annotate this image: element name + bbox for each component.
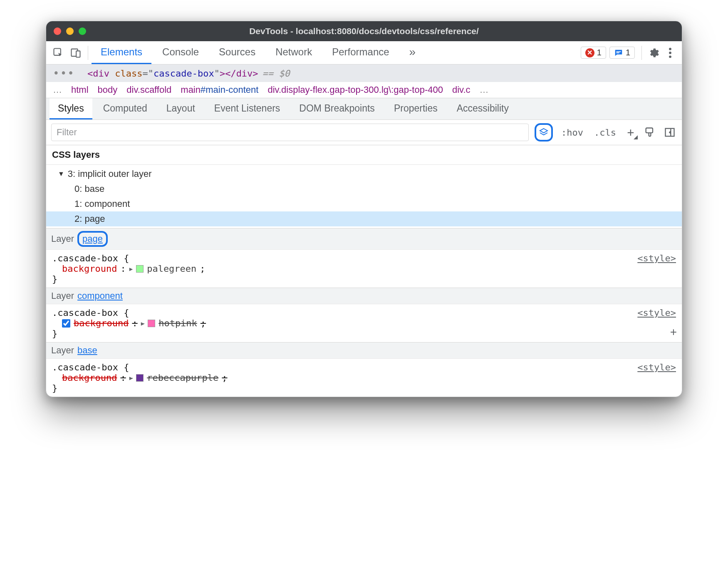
css-property[interactable]: background (74, 318, 129, 328)
selector[interactable]: .cascade-box (52, 362, 118, 372)
message-icon (614, 48, 623, 57)
subtab-properties[interactable]: Properties (386, 98, 446, 119)
subtab-accessibility[interactable]: Accessibility (448, 98, 517, 119)
rule-source-link[interactable]: <style> (637, 308, 676, 318)
panel-tabs: Elements Console Sources Network Perform… (92, 41, 425, 64)
crumb[interactable]: div.c (452, 84, 470, 95)
dom-collapse-icon[interactable]: ••• (53, 67, 75, 79)
layers-icon (539, 127, 549, 137)
shorthand-expand-icon[interactable]: ▶ (129, 266, 133, 272)
minimize-window-button[interactable] (66, 27, 74, 35)
css-value[interactable]: hotpink (158, 318, 197, 328)
layer-tree-root[interactable]: ▼ 3: implicit outer layer (46, 166, 682, 181)
css-property[interactable]: background (62, 372, 117, 383)
css-value[interactable]: palegreen (147, 263, 196, 274)
svg-rect-3 (616, 51, 621, 52)
crumb[interactable]: body (98, 84, 118, 95)
dom-breadcrumbs[interactable]: … html body div.scaffold main#main-conte… (46, 82, 682, 98)
crumb-overflow-left[interactable]: … (53, 84, 62, 95)
layer-tree-item[interactable]: 2: page (46, 211, 682, 226)
tab-network[interactable]: Network (266, 41, 321, 64)
messages-badge[interactable]: 1 (609, 47, 635, 59)
rendering-emulations-button[interactable] (643, 125, 657, 139)
svg-rect-4 (616, 52, 619, 53)
computed-sidebar-toggle[interactable] (663, 125, 677, 139)
window-title: DevTools - localhost:8080/docs/devtools/… (46, 26, 682, 36)
style-rule-layer-header: Layer page (46, 228, 682, 250)
selector[interactable]: .cascade-box (52, 308, 118, 318)
layer-header-label: Layer (51, 233, 74, 244)
brush-icon (644, 127, 656, 138)
layer-header-label: Layer (51, 345, 74, 356)
layer-tree-item[interactable]: 1: component (46, 196, 682, 211)
css-layers-toggle[interactable] (535, 123, 553, 142)
hov-toggle[interactable]: :hov (559, 127, 586, 138)
inspect-element-icon[interactable] (50, 44, 67, 62)
disclosure-triangle-icon[interactable]: ▼ (58, 170, 64, 178)
css-layers-header: CSS layers (46, 145, 682, 165)
subtab-dom-breakpoints[interactable]: DOM Breakpoints (291, 98, 383, 119)
layer-link[interactable]: page (77, 231, 108, 247)
error-count: 1 (597, 48, 602, 57)
selector[interactable]: .cascade-box (52, 253, 118, 263)
color-swatch[interactable] (136, 374, 144, 382)
cls-toggle[interactable]: .cls (592, 127, 619, 138)
device-toolbar-icon[interactable] (67, 44, 84, 62)
crumb[interactable]: div.scaffold (126, 84, 171, 95)
subtab-computed[interactable]: Computed (95, 98, 156, 119)
styles-subtabs: Styles Computed Layout Event Listeners D… (46, 98, 682, 120)
errors-badge[interactable]: ✕ 1 (581, 47, 606, 59)
new-style-rule-button[interactable]: + (624, 126, 637, 139)
shorthand-expand-icon[interactable]: ▶ (141, 320, 144, 327)
dom-eq0: == $0 (262, 68, 290, 79)
color-swatch[interactable] (136, 265, 144, 273)
message-count: 1 (626, 48, 630, 57)
crumb[interactable]: html (71, 84, 89, 95)
subtab-event-listeners[interactable]: Event Listeners (206, 98, 289, 119)
tab-sources[interactable]: Sources (210, 41, 265, 64)
rule-source-link[interactable]: <style> (637, 362, 676, 372)
css-value[interactable]: rebeccapurple (147, 372, 218, 383)
css-property[interactable]: background (62, 263, 117, 274)
svg-rect-8 (646, 128, 653, 133)
style-rule[interactable]: <style> .cascade-box { background: ▶ reb… (46, 359, 682, 397)
close-window-button[interactable] (54, 27, 61, 35)
shorthand-expand-icon[interactable]: ▶ (129, 375, 133, 381)
svg-point-7 (669, 55, 671, 58)
more-options-button[interactable] (662, 45, 678, 61)
color-swatch[interactable] (148, 320, 155, 327)
toolbar-divider (641, 46, 642, 60)
crumb[interactable]: div.display-flex.gap-top-300.lg\:gap-top… (267, 84, 443, 95)
dom-node-html: <div class="cascade-box"></div> (87, 68, 258, 79)
property-toggle-checkbox[interactable] (62, 319, 70, 328)
tab-console[interactable]: Console (153, 41, 208, 64)
dom-selected-node[interactable]: ••• <div class="cascade-box"></div> == $… (46, 65, 682, 82)
subtab-layout[interactable]: Layout (158, 98, 203, 119)
styles-filter-input[interactable] (51, 124, 529, 141)
settings-button[interactable] (645, 45, 662, 61)
titlebar: DevTools - localhost:8080/docs/devtools/… (46, 21, 682, 41)
rule-source-link[interactable]: <style> (637, 253, 676, 263)
layer-tree-item[interactable]: 0: base (46, 181, 682, 196)
tabs-overflow[interactable]: » (400, 41, 425, 64)
maximize-window-button[interactable] (79, 27, 86, 35)
main-toolbar: Elements Console Sources Network Perform… (46, 41, 682, 65)
css-layers-tree: ▼ 3: implicit outer layer 0: base 1: com… (46, 165, 682, 228)
subtab-styles[interactable]: Styles (50, 98, 92, 119)
tab-elements[interactable]: Elements (92, 41, 151, 64)
crumb-overflow-right[interactable]: … (480, 84, 489, 95)
style-rule[interactable]: <style> .cascade-box { background: ▶ hot… (46, 304, 682, 342)
tab-performance[interactable]: Performance (323, 41, 398, 64)
styles-filter-row: :hov .cls + (46, 120, 682, 145)
kebab-icon (669, 47, 672, 59)
layer-tree-root-label: 3: implicit outer layer (68, 169, 152, 179)
layer-link[interactable]: component (77, 290, 123, 301)
svg-point-6 (669, 52, 671, 54)
layer-link[interactable]: base (77, 345, 97, 356)
add-property-button[interactable]: + (670, 325, 677, 339)
style-rule[interactable]: <style> .cascade-box { background: ▶ pal… (46, 250, 682, 288)
window-controls (54, 27, 86, 35)
crumb[interactable]: main#main-content (181, 84, 258, 95)
error-icon: ✕ (585, 48, 594, 57)
panel-icon (664, 127, 676, 138)
